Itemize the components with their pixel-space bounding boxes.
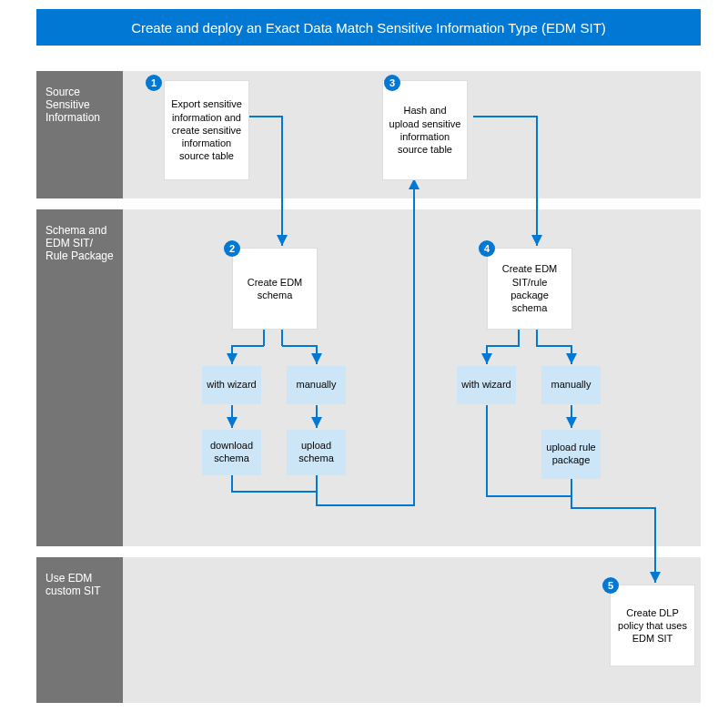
step-badge-3: 3 [384,75,400,91]
step-badge-5: 5 [602,577,619,594]
option-manual-left: manually [287,366,346,404]
node-create-edm-sit-rule: Create EDM SIT/rule package schema [487,248,572,330]
row-1-bg [36,71,701,198]
node-export-sensitive-info: Export sensitive information and create … [164,80,249,180]
node-create-dlp-policy: Create DLP policy that uses EDM SIT [610,585,695,666]
row-3-label: Use EDM custom SIT [36,557,123,703]
title-bar: Create and deploy an Exact Data Match Se… [36,9,701,46]
option-manual-right: manually [541,366,601,404]
step-badge-4: 4 [479,240,495,257]
row-2-label: Schema and EDM SIT/ Rule Package [36,209,123,546]
node-create-edm-schema: Create EDM schema [232,248,318,330]
action-upload-rule-package: upload rule package [541,430,601,479]
row-1-label: Source Sensitive Information [36,71,123,198]
diagram-canvas: Create and deploy an Exact Data Match Se… [0,0,728,712]
title-text: Create and deploy an Exact Data Match Se… [131,20,606,36]
row-3-bg [36,557,701,703]
action-upload-schema: upload schema [287,430,346,475]
node-hash-upload: Hash and upload sensitive information so… [382,80,468,180]
action-download-schema: download schema [202,430,261,475]
row-2-bg [36,209,701,546]
step-badge-2: 2 [224,240,240,257]
option-wizard-left: with wizard [202,366,261,404]
step-badge-1: 1 [146,75,162,91]
option-wizard-right: with wizard [457,366,516,404]
